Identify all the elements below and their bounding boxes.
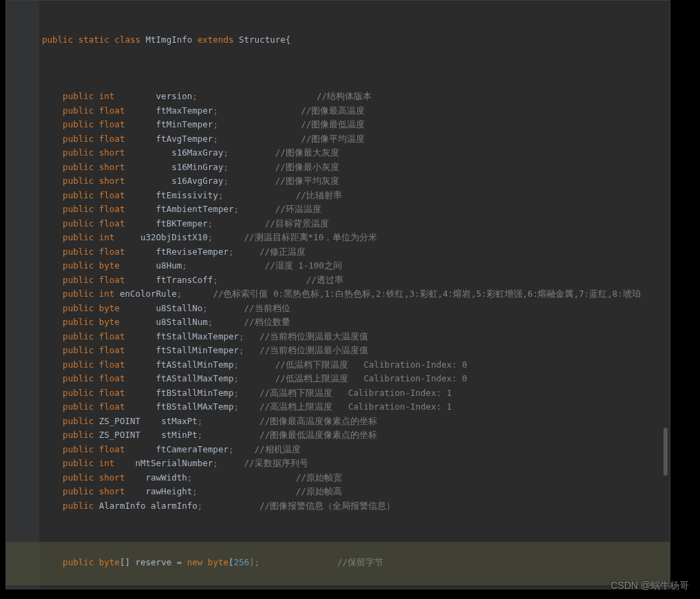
- code-line: public float ftAvgTemper; //图像平均温度: [42, 132, 670, 147]
- code-line: public short s16MinGray; //图像最小灰度: [42, 160, 670, 175]
- code-line: public short s16MaxGray; //图像最大灰度: [42, 146, 670, 160]
- code-line: public float ftMinTemper; //图像最低温度: [42, 118, 670, 132]
- code-line: public float ftAStallMaxTemp; //低温档上限温度 …: [42, 372, 670, 386]
- code-line: public byte u8Hum; //湿度 1-100之间: [42, 259, 670, 273]
- code-line: public float ftEmissivity; //比辐射率: [42, 189, 670, 203]
- code-line: public AlarmInfo alarmInfo; //图像报警信息（全局报…: [42, 499, 670, 514]
- code-line: public float ftTransCoff; //透过率: [42, 273, 670, 288]
- code-line: public int version; //结构体版本: [42, 90, 670, 104]
- code-line: public static class MtImgInfo extends St…: [42, 33, 670, 48]
- code-line: public byte u8StallNo; //当前档位: [42, 302, 670, 316]
- code-line: public byte[] reserve = new byte[256]; /…: [42, 556, 670, 570]
- code-line: public short s16AvgGray; //图像平均灰度: [42, 174, 670, 189]
- code-line: public short rawHeight; //原始帧高: [42, 485, 670, 499]
- code-line: public float ftBStallMinTemp; //高温档下限温度 …: [42, 386, 670, 401]
- code-line: public ZS_POINT stMinPt; //图像最低温度像素点的坐标: [42, 428, 670, 443]
- code-line: public ZS_POINT stMaxPt; //图像最高温度像素点的坐标: [42, 414, 670, 429]
- vertical-scrollbar[interactable]: [664, 428, 668, 476]
- code-line: public int enColorRule; //色标索引值 0:黑热色标,1…: [42, 287, 670, 302]
- gutter: [6, 1, 39, 589]
- code-line: public short rawWidth; //原始帧宽: [42, 471, 670, 485]
- code-line: public float ftAStallMinTemp; //低温档下限温度 …: [42, 358, 670, 372]
- code-line: public int nMtSerialNumber; //采数据序列号: [42, 456, 670, 471]
- code-line: public float ftStallMinTemper; //当前档位测温最…: [42, 344, 670, 358]
- code-line: public float ftMaxTemper; //图像最高温度: [42, 104, 670, 118]
- code-line: public float ftBKTemper; //目标背景温度: [42, 217, 670, 231]
- code-line: public float ftStallMaxTemper; //当前档位测温最…: [42, 330, 670, 344]
- code-editor[interactable]: public static class MtImgInfo extends St…: [6, 0, 670, 589]
- code-line: public float ftBStallMAxTemp; //高温档上限温度 …: [42, 400, 670, 414]
- code-line: public int u32ObjDistX10; //测温目标距离*10，单位…: [42, 231, 670, 245]
- code-area[interactable]: public static class MtImgInfo extends St…: [42, 5, 670, 589]
- code-line: public float ftAmbientTemper; //环温温度: [42, 202, 670, 217]
- code-line: public byte u8StallNum; //档位数量: [42, 315, 670, 330]
- code-line: public float ftCameraTemper; //相机温度: [42, 443, 670, 457]
- code-line: public float ftReviseTemper; //修正温度: [42, 245, 670, 260]
